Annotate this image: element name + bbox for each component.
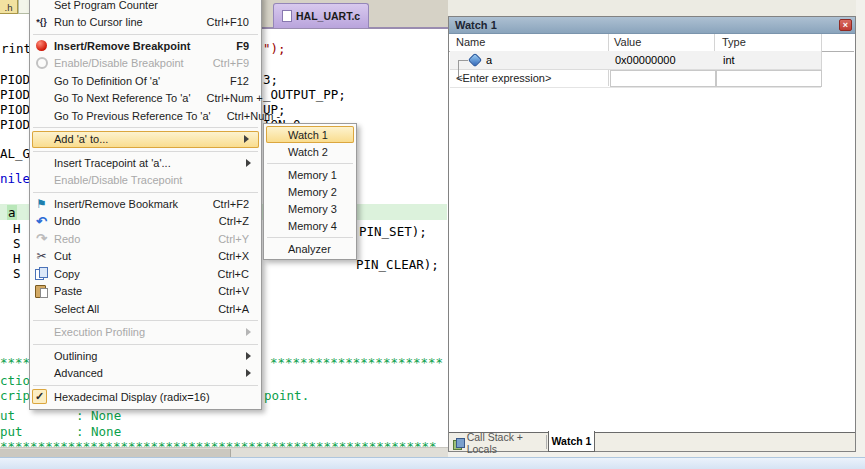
column-header-type[interactable]: Type: [722, 36, 746, 48]
keil-uvision-window: rint "); PIOD 3; PIOD _OUTPUT_PP; PIOD U…: [0, 0, 865, 469]
submenu-item-label: Memory 4: [288, 220, 337, 232]
menu-item-label: Insert/Remove Breakpoint: [54, 40, 190, 52]
tab-call-stack-locals[interactable]: Call Stack + Locals: [451, 435, 545, 451]
submenu-item-label: Watch 2: [288, 146, 328, 158]
submenu-item-memory-2[interactable]: Memory 2: [264, 183, 356, 200]
empty-value-cell[interactable]: [610, 70, 716, 87]
code-fragment: PIOD: [0, 117, 30, 132]
enter-expression-cell[interactable]: <Enter expression>: [456, 72, 551, 84]
menu-item-label: Go To Definition Of 'a': [54, 75, 160, 87]
tab-watch-1-active[interactable]: Watch 1: [548, 431, 595, 452]
code-fragment: PIOD: [0, 72, 30, 87]
submenu-item-label: Watch 1: [288, 129, 328, 141]
menu-item-label: Enable/Disable Tracepoint: [54, 174, 182, 186]
menu-separator: [33, 320, 258, 321]
submenu-item-watch-2[interactable]: Watch 2: [264, 143, 356, 160]
checkmark-icon: ✓: [32, 389, 47, 404]
menu-item-label: Outlining: [54, 350, 97, 362]
breakpoint-icon: [33, 37, 50, 55]
menu-shortcut: Ctrl+Num -: [211, 110, 280, 122]
tab-divider: [546, 435, 547, 449]
column-header-name[interactable]: Name: [456, 36, 485, 48]
submenu-item-memory-4[interactable]: Memory 4: [264, 217, 356, 234]
selected-variable-a[interactable]: a: [7, 205, 17, 220]
menu-item-label: Insert/Remove Bookmark: [54, 198, 178, 210]
watch-variable-name: a: [486, 54, 492, 66]
scrollbar-thumb[interactable]: [0, 449, 231, 457]
cut-icon: ✂: [33, 248, 50, 266]
code-comment-fragment: ctio: [0, 373, 30, 388]
menu-shortcut: Ctrl+F10: [191, 16, 250, 28]
watch-row-enter-expression[interactable]: <Enter expression>: [450, 69, 821, 88]
watch-window-titlebar[interactable]: Watch 1 ×: [449, 17, 855, 34]
submenu-arrow-icon: [244, 135, 253, 143]
code-fragment: H: [13, 221, 21, 236]
code-comment-fragment: ***********************: [270, 355, 443, 370]
menu-item-add-a-to[interactable]: Add 'a' to...: [32, 131, 259, 149]
menu-item-insert-remove-breakpoint[interactable]: Insert/Remove Breakpoint F9: [30, 37, 261, 55]
menu-item-cut[interactable]: ✂ Cut Ctrl+X: [30, 248, 261, 266]
menu-item-paste[interactable]: Paste Ctrl+V: [30, 283, 261, 301]
call-stack-icon: [453, 438, 463, 449]
submenu-item-memory-1[interactable]: Memory 1: [264, 166, 356, 183]
menu-item-insert-tracepoint[interactable]: Insert Tracepoint at 'a'...: [30, 154, 261, 172]
watch-window: Watch 1 × Name Value Type a 0x00000000 i…: [448, 16, 856, 452]
menu-separator: [33, 127, 258, 128]
menu-shortcut: Ctrl+A: [202, 303, 249, 315]
code-fragment: nile: [0, 171, 30, 186]
menu-item-label: Execution Profiling: [54, 326, 145, 338]
submenu-item-label: Analyzer: [288, 243, 331, 255]
menu-item-go-to-next-reference[interactable]: Go To Next Reference To 'a' Ctrl+Num +: [30, 90, 261, 108]
watch-row-a[interactable]: a 0x00000000 int: [450, 51, 821, 70]
menu-item-select-all[interactable]: Select All Ctrl+A: [30, 300, 261, 318]
menu-item-undo[interactable]: ↶ Undo Ctrl+Z: [30, 213, 261, 231]
menu-item-enable-disable-tracepoint: Enable/Disable Tracepoint: [30, 172, 261, 190]
code-fragment: AL_G: [0, 146, 30, 161]
menu-item-run-to-cursor-line[interactable]: *{} Run to Cursor line Ctrl+F10: [30, 14, 261, 32]
submenu-item-label: Memory 2: [288, 186, 337, 198]
menu-item-hexadecimal-display[interactable]: ✓ Hexadecimal Display (radix=16): [30, 388, 261, 406]
submenu-item-label: Memory 1: [288, 169, 337, 181]
empty-type-cell[interactable]: [716, 70, 822, 87]
close-icon[interactable]: ×: [839, 19, 852, 31]
submenu-item-memory-3[interactable]: Memory 3: [264, 200, 356, 217]
copy-icon: [33, 265, 50, 283]
menu-item-insert-remove-bookmark[interactable]: ⚑ Insert/Remove Bookmark Ctrl+F2: [30, 195, 261, 213]
menu-shortcut: Ctrl+Z: [203, 215, 249, 227]
redo-icon: ↷: [33, 230, 50, 248]
menu-item-set-program-counter[interactable]: Set Program Counter: [30, 0, 261, 14]
paste-icon: [33, 283, 50, 301]
menu-item-copy[interactable]: Copy Ctrl+C: [30, 265, 261, 283]
code-fragment: PIN_CLEAR);: [356, 257, 439, 272]
menu-item-go-to-previous-reference[interactable]: Go To Previous Reference To 'a' Ctrl+Num…: [30, 107, 261, 125]
tab-hal-uart-c[interactable]: HAL_UART.c: [273, 3, 369, 28]
submenu-arrow-icon: [246, 328, 255, 336]
menu-shortcut: Ctrl+C: [202, 268, 249, 280]
submenu-item-analyzer[interactable]: Analyzer: [264, 240, 356, 257]
tab-header-file-partial[interactable]: .h: [0, 0, 18, 14]
menu-shortcut: Ctrl+F2: [197, 198, 249, 210]
code-fragment: _OUTPUT_PP;: [263, 87, 346, 102]
document-tab-strip: HAL_UART.c: [262, 0, 448, 29]
app-background-right: [856, 0, 865, 457]
app-background: [448, 0, 865, 16]
code-fragment: PIOD: [0, 87, 30, 102]
menu-item-outlining[interactable]: Outlining: [30, 347, 261, 365]
submenu-item-watch-1[interactable]: Watch 1: [266, 126, 354, 143]
code-fragment: ");: [263, 41, 286, 56]
menu-item-label: Set Program Counter: [54, 0, 158, 11]
menu-shortcut: F9: [220, 40, 249, 52]
code-comment-fragment: crip: [0, 388, 30, 403]
code-fragment: H: [13, 251, 21, 266]
menu-item-label: Run to Cursor line: [54, 16, 143, 28]
menu-item-go-to-definition[interactable]: Go To Definition Of 'a' F12: [30, 72, 261, 90]
menu-item-label: Hexadecimal Display (radix=16): [54, 391, 210, 403]
menu-item-advanced[interactable]: Advanced: [30, 365, 261, 383]
menu-item-label: Redo: [54, 233, 80, 245]
watch-header-row: Name Value Type: [449, 34, 854, 52]
column-header-value[interactable]: Value: [614, 36, 641, 48]
editor-horizontal-scrollbar[interactable]: [0, 447, 448, 457]
tab-label: Watch 1: [552, 435, 592, 447]
menu-shortcut: F12: [214, 75, 249, 87]
code-comment-fragment: : None: [76, 408, 121, 423]
